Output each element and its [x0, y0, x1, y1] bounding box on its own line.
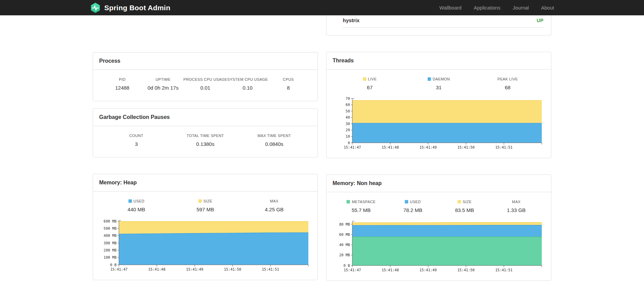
- svg-text:15:41:49: 15:41:49: [186, 267, 203, 271]
- svg-text:15:41:47: 15:41:47: [344, 145, 361, 149]
- application-row[interactable]: hystrix UP: [343, 13, 544, 28]
- memory-heap-chart: 0 B100 MB200 MB300 MB400 MB500 MB600 MB1…: [93, 215, 318, 280]
- brand-home-link[interactable]: Spring Boot Admin: [90, 2, 170, 13]
- svg-text:0 B: 0 B: [343, 263, 350, 268]
- svg-text:15:41:51: 15:41:51: [262, 267, 279, 271]
- right-column: hystrix UP Threads LIVE 67 DAEMON 31 PEA…: [326, 15, 551, 281]
- svg-text:15:41:51: 15:41:51: [495, 268, 513, 272]
- svg-text:15:41:47: 15:41:47: [344, 268, 361, 272]
- panel-title: Garbage Collection Pauses: [93, 109, 318, 126]
- brand-title: Spring Boot Admin: [104, 4, 170, 12]
- svg-text:80 MB: 80 MB: [339, 222, 350, 226]
- status-badge: UP: [537, 18, 543, 23]
- legend-item-size: SIZE 597 MB: [171, 199, 240, 212]
- spring-boot-admin-logo-icon: [90, 2, 101, 13]
- svg-text:15:41:50: 15:41:50: [224, 267, 241, 271]
- nav-item-applications[interactable]: Applications: [474, 5, 500, 11]
- legend-value: 83.5 MB: [439, 207, 491, 213]
- metric-label: MAX TIME SPENT: [240, 134, 309, 138]
- metric-value: 0.0840s: [240, 141, 309, 147]
- gc-panel: Garbage Collection Pauses COUNT 3 TOTAL …: [93, 108, 318, 157]
- svg-text:200 MB: 200 MB: [104, 248, 117, 252]
- size-swatch-icon: [198, 199, 202, 203]
- legend-value: 55.7 MB: [335, 207, 387, 213]
- svg-text:15:41:49: 15:41:49: [419, 145, 437, 149]
- legend-value: 31: [404, 85, 473, 90]
- metric-value: 0.10: [227, 85, 268, 91]
- svg-text:30: 30: [346, 122, 350, 126]
- metric-process-cpu: PROCESS CPU USAGE 0.01: [183, 77, 227, 91]
- panel-title: Process: [93, 52, 318, 70]
- svg-text:10: 10: [346, 134, 350, 138]
- metric-label: PROCESS CPU USAGE: [183, 77, 227, 82]
- legend-label: PEAK LIVE: [473, 77, 542, 81]
- svg-text:600 MB: 600 MB: [104, 219, 117, 223]
- legend-item-max: MAX 4.25 GB: [240, 199, 309, 212]
- legend-label: USED: [102, 199, 171, 203]
- svg-text:500 MB: 500 MB: [104, 226, 117, 230]
- legend-label: DAEMON: [404, 77, 473, 81]
- svg-text:60 MB: 60 MB: [339, 232, 350, 237]
- application-name[interactable]: hystrix: [343, 17, 359, 23]
- memory-nonheap-chart: 0 B20 MB40 MB60 MB80 MB15:41:4715:41:481…: [326, 216, 551, 280]
- legend-label: SIZE: [171, 199, 240, 203]
- svg-text:15:41:48: 15:41:48: [382, 145, 399, 149]
- legend-item-used: USED 440 MB: [102, 199, 171, 212]
- gc-metrics: COUNT 3 TOTAL TIME SPENT 0.1380s MAX TIM…: [93, 126, 318, 157]
- metric-label: CPUS: [268, 77, 309, 82]
- metaspace-swatch-icon: [347, 200, 350, 203]
- size-swatch-icon: [458, 200, 461, 203]
- metric-label: PID: [102, 77, 143, 82]
- svg-text:15:41:50: 15:41:50: [457, 145, 475, 149]
- legend-item-daemon: DAEMON 31: [404, 77, 473, 90]
- panel-title: Memory: Non heap: [326, 175, 551, 192]
- svg-text:400 MB: 400 MB: [104, 233, 117, 238]
- legend-value: 68: [473, 85, 542, 90]
- legend-label: MAX: [240, 199, 309, 203]
- metric-label: UPTIME: [143, 77, 184, 82]
- live-swatch-icon: [363, 77, 366, 81]
- top-navbar: Spring Boot Admin Wallboard Applications…: [0, 0, 644, 15]
- left-column: Process PID 12488 UPTIME 0d 0h 2m 17s PR…: [93, 15, 318, 281]
- legend-item-metaspace: METASPACE 55.7 MB: [335, 200, 387, 213]
- legend-item-peak-live: PEAK LIVE 68: [473, 77, 542, 90]
- legend-label: METASPACE: [335, 200, 387, 204]
- svg-text:20 MB: 20 MB: [339, 253, 350, 257]
- used-swatch-icon: [405, 200, 408, 203]
- svg-text:40: 40: [346, 115, 350, 119]
- svg-text:300 MB: 300 MB: [104, 241, 117, 245]
- metric-label: COUNT: [102, 134, 171, 138]
- legend-item-used: USED 78.2 MB: [387, 200, 439, 213]
- svg-text:0 B: 0 B: [110, 263, 117, 267]
- legend-label: LIVE: [335, 77, 404, 81]
- details-page: Process PID 12488 UPTIME 0d 0h 2m 17s PR…: [93, 0, 551, 281]
- process-panel: Process PID 12488 UPTIME 0d 0h 2m 17s PR…: [93, 52, 318, 101]
- svg-text:15:41:47: 15:41:47: [110, 267, 128, 271]
- svg-text:0: 0: [348, 141, 350, 145]
- main-navigation: Wallboard Applications Journal About: [440, 5, 554, 11]
- metric-value: 12488: [102, 85, 143, 91]
- memory-nonheap-legend: METASPACE 55.7 MB USED 78.2 MB SIZE 83.5…: [326, 192, 551, 216]
- metric-label: TOTAL TIME SPENT: [171, 134, 240, 138]
- legend-value: 78.2 MB: [387, 207, 439, 213]
- daemon-swatch-icon: [428, 77, 431, 81]
- svg-text:100 MB: 100 MB: [104, 255, 117, 259]
- legend-label: USED: [387, 200, 439, 204]
- process-metrics: PID 12488 UPTIME 0d 0h 2m 17s PROCESS CP…: [93, 70, 318, 101]
- legend-value: 597 MB: [171, 207, 240, 212]
- nav-item-wallboard[interactable]: Wallboard: [440, 5, 462, 11]
- svg-text:40 MB: 40 MB: [339, 243, 350, 247]
- panel-title: Memory: Heap: [93, 174, 318, 192]
- metric-value: 8: [268, 85, 309, 91]
- svg-text:50: 50: [346, 109, 350, 113]
- metric-uptime: UPTIME 0d 0h 2m 17s: [143, 77, 184, 91]
- legend-value: 4.25 GB: [240, 207, 309, 212]
- application-status-panel: hystrix UP: [326, 13, 551, 35]
- nav-item-journal[interactable]: Journal: [513, 5, 529, 11]
- used-swatch-icon: [128, 199, 132, 203]
- legend-value: 440 MB: [102, 207, 171, 212]
- metric-value: 3: [102, 141, 171, 147]
- metric-cpus: CPUS 8: [268, 77, 309, 91]
- metric-pid: PID 12488: [102, 77, 143, 91]
- nav-item-about[interactable]: About: [541, 5, 554, 11]
